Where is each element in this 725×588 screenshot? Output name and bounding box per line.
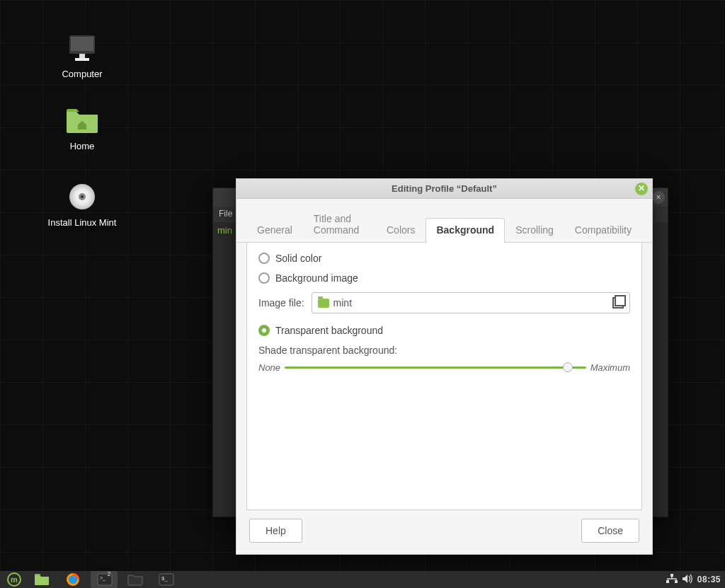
window-count-badge: 2 <box>107 570 110 577</box>
taskbar-right: 08:35 <box>666 574 721 586</box>
tab-background-body: Solid color Background image Image file:… <box>246 243 642 510</box>
svg-text:$_: $_ <box>161 575 168 582</box>
tab-colors[interactable]: Colors <box>376 218 426 243</box>
radio-transparent-background[interactable]: Transparent background <box>258 325 630 336</box>
taskbar-item-terminal-2[interactable]: $_ <box>153 571 180 588</box>
taskbar-item-terminal[interactable]: >_ 2 <box>91 571 118 588</box>
disc-icon <box>68 183 96 211</box>
shade-label: Shade transparent background: <box>258 345 630 356</box>
radio-label: Transparent background <box>275 325 383 336</box>
slider-track <box>285 367 586 369</box>
network-icon[interactable] <box>666 574 678 586</box>
taskbar: m >_ 2 <box>0 571 725 588</box>
tab-general[interactable]: General <box>246 218 303 243</box>
dialog-title: Editing Profile “Default” <box>392 183 497 194</box>
terminal-icon: $_ <box>159 573 174 586</box>
taskbar-clock[interactable]: 08:35 <box>697 575 721 584</box>
desktop-icon-home[interactable]: Home <box>40 108 125 151</box>
taskbar-item-files[interactable] <box>122 571 149 588</box>
svg-point-6 <box>81 195 84 198</box>
firefox-icon <box>66 572 80 587</box>
computer-icon <box>67 34 98 62</box>
mint-logo-icon: m <box>7 572 21 587</box>
svg-rect-15 <box>675 580 678 583</box>
image-file-value: mint <box>333 297 352 309</box>
radio-background-image[interactable]: Background image <box>258 272 630 284</box>
slider-thumb[interactable] <box>563 362 573 372</box>
slider-min-label: None <box>258 362 280 373</box>
svg-rect-3 <box>75 58 89 61</box>
tab-background[interactable]: Background <box>426 218 505 243</box>
svg-rect-1 <box>71 37 93 51</box>
dialog-button-bar: Help Close <box>236 510 652 554</box>
folder-icon <box>34 573 50 586</box>
svg-rect-14 <box>666 580 669 583</box>
radio-label: Background image <box>275 272 358 284</box>
dialog-tabs: General Title and Command Colors Backgro… <box>236 199 652 243</box>
desktop: Computer Home Install Linux Mint <box>0 0 725 571</box>
shade-slider-row: None Maximum <box>258 362 630 373</box>
radio-solid-color[interactable]: Solid color <box>258 253 630 264</box>
profile-preferences-dialog: Editing Profile “Default” ✕ General Titl… <box>236 178 653 555</box>
close-icon[interactable]: ✕ <box>635 183 648 195</box>
slider-max-label: Maximum <box>590 362 630 373</box>
shade-slider[interactable] <box>285 362 586 373</box>
folder-dark-icon <box>127 573 143 586</box>
image-file-chooser[interactable]: mint <box>312 292 630 313</box>
tab-scrolling[interactable]: Scrolling <box>505 218 564 243</box>
terminal-menu-file[interactable]: File <box>219 209 232 219</box>
menu-button[interactable]: m <box>4 571 24 588</box>
desktop-icon-label: Install Linux Mint <box>40 217 125 228</box>
radio-label: Solid color <box>275 253 321 264</box>
desktop-icon-install[interactable]: Install Linux Mint <box>40 183 125 228</box>
close-icon[interactable]: × <box>652 191 665 204</box>
file-picker-icon <box>612 297 624 309</box>
desktop-icon-label: Home <box>40 141 125 151</box>
close-button[interactable]: Close <box>581 519 639 543</box>
svg-rect-13 <box>670 574 673 577</box>
desktop-icon-computer[interactable]: Computer <box>40 34 125 79</box>
folder-home-icon <box>65 108 99 134</box>
help-button[interactable]: Help <box>249 519 302 543</box>
radio-icon <box>258 325 270 336</box>
terminal-prompt: min <box>217 225 232 236</box>
radio-icon <box>258 272 270 284</box>
tab-title-command[interactable]: Title and Command <box>303 207 376 243</box>
dialog-titlebar[interactable]: Editing Profile “Default” ✕ <box>236 179 652 199</box>
launcher-firefox[interactable] <box>59 571 86 588</box>
desktop-icon-label: Computer <box>40 69 125 79</box>
svg-rect-2 <box>79 54 85 58</box>
image-file-row: Image file: mint <box>258 292 630 313</box>
launcher-files[interactable] <box>28 571 55 588</box>
svg-text:>_: >_ <box>100 575 105 581</box>
radio-icon <box>258 253 270 264</box>
tab-compatibility[interactable]: Compatibility <box>564 218 642 243</box>
image-file-label: Image file: <box>258 297 304 309</box>
taskbar-left: m >_ 2 <box>4 571 180 588</box>
volume-icon[interactable] <box>682 574 693 586</box>
folder-icon <box>318 299 329 308</box>
